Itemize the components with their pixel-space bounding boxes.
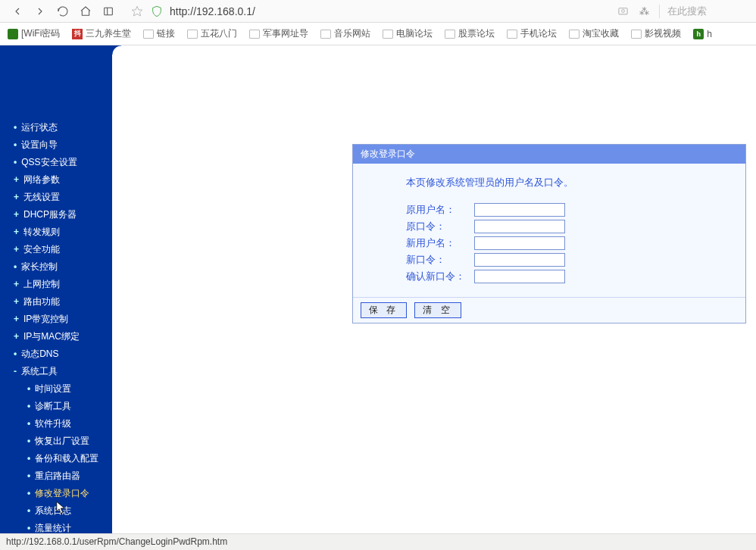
new-password-label: 新口令：: [406, 253, 474, 267]
nav-item-7[interactable]: 安全功能: [0, 241, 112, 258]
bookmark-label: [WiFi密码: [21, 27, 60, 40]
old-username-input[interactable]: [474, 203, 565, 217]
folder-icon: [569, 30, 579, 39]
nav-item-9[interactable]: 上网控制: [0, 276, 112, 293]
forward-button[interactable]: [32, 3, 48, 20]
nav-item-12[interactable]: IP与MAC绑定: [0, 328, 112, 345]
screenshot-icon[interactable]: [615, 5, 630, 17]
site-icon: [8, 29, 18, 39]
bookmark-3[interactable]: 五花八门: [187, 27, 237, 40]
home-button[interactable]: [77, 3, 94, 20]
bookmark-4[interactable]: 军事网址导: [249, 27, 308, 40]
bookmark-label: h: [707, 29, 712, 39]
bookmark-5[interactable]: 音乐网站: [320, 27, 370, 40]
content-area: 修改登录口令 本页修改系统管理员的用户名及口令。 原用户名： 原口令： 新用户名…: [148, 45, 756, 533]
nav-item-2[interactable]: QSS安全设置: [0, 154, 112, 171]
subnav-item-1[interactable]: 诊断工具: [0, 398, 112, 415]
bookmark-11[interactable]: hh: [693, 29, 712, 39]
subnav-item-0[interactable]: 时间设置: [0, 380, 112, 398]
svg-rect-0: [105, 8, 113, 14]
folder-icon: [187, 30, 198, 39]
folder-icon: [507, 30, 517, 39]
nav-item-10[interactable]: 路由功能: [0, 293, 112, 311]
bookmark-label: 三九养生堂: [86, 27, 131, 40]
bookmark-2[interactable]: 链接: [143, 27, 175, 40]
folder-icon: [143, 30, 154, 39]
bookmark-10[interactable]: 影视视频: [631, 27, 681, 40]
bookmark-label: 手机论坛: [520, 27, 557, 40]
status-bar: http://192.168.0.1/userRpm/ChangeLoginPw…: [0, 533, 756, 550]
folder-icon: [249, 30, 260, 39]
confirm-password-label: 确认新口令：: [406, 270, 474, 283]
confirm-password-input[interactable]: [474, 270, 565, 283]
clear-button[interactable]: 清 空: [414, 302, 461, 318]
bookmark-label: 股票论坛: [458, 27, 495, 40]
bookmark-7[interactable]: 股票论坛: [445, 27, 495, 40]
change-password-panel: 修改登录口令 本页修改系统管理员的用户名及口令。 原用户名： 原口令： 新用户名…: [352, 144, 746, 323]
svg-point-4: [621, 10, 624, 13]
nav-item-8[interactable]: 家长控制: [0, 258, 112, 276]
bookmark-1[interactable]: 抖三九养生堂: [72, 27, 131, 40]
subnav-item-2[interactable]: 软件升级: [0, 415, 112, 433]
subnav-item-7[interactable]: 系统日志: [0, 502, 112, 520]
nav-item-5[interactable]: DHCP服务器: [0, 206, 112, 223]
refresh-button[interactable]: [55, 3, 71, 20]
search-box[interactable]: 在此搜索: [659, 5, 750, 18]
nav-item-0[interactable]: 运行状态: [0, 119, 112, 136]
bookmark-8[interactable]: 手机论坛: [507, 27, 557, 40]
old-password-input[interactable]: [474, 220, 565, 233]
folder-icon: [320, 30, 331, 39]
bookmarks-bar: [WiFi密码抖三九养生堂链接五花八门军事网址导音乐网站电脑论坛股票论坛手机论坛…: [0, 23, 756, 45]
svg-marker-2: [132, 6, 142, 16]
back-button[interactable]: [9, 3, 26, 20]
browser-toolbar: ⁂ 在此搜索: [0, 0, 756, 23]
subnav-item-5[interactable]: 重启路由器: [0, 467, 112, 485]
subnav-item-8[interactable]: 流量统计: [0, 520, 112, 533]
old-username-label: 原用户名：: [406, 203, 474, 217]
site-icon: h: [693, 29, 704, 39]
bookmark-label: 音乐网站: [334, 27, 370, 40]
nav-item-11[interactable]: IP带宽控制: [0, 311, 112, 328]
folder-icon: [445, 30, 455, 39]
panel-description: 本页修改系统管理员的用户名及口令。: [376, 176, 730, 189]
nav-item-3[interactable]: 网络参数: [0, 171, 112, 189]
subnav-item-3[interactable]: 恢复出厂设置: [0, 433, 112, 450]
nav-item-1[interactable]: 设置向导: [0, 136, 112, 154]
nav-item-14[interactable]: 系统工具: [0, 363, 112, 380]
folder-icon: [383, 30, 393, 39]
subnav-item-4[interactable]: 备份和载入配置: [0, 450, 112, 467]
bookmark-9[interactable]: 淘宝收藏: [569, 27, 619, 40]
subnav-item-6[interactable]: 修改登录口令: [0, 485, 112, 502]
nav-item-13[interactable]: 动态DNS: [0, 345, 112, 363]
favorite-icon[interactable]: [130, 5, 144, 18]
bookmark-0[interactable]: [WiFi密码: [8, 27, 60, 40]
new-username-label: 新用户名：: [406, 236, 474, 250]
address-bar[interactable]: [170, 5, 571, 17]
bookmark-label: 电脑论坛: [396, 27, 433, 40]
sidebar-nav: 运行状态设置向导QSS安全设置网络参数无线设置DHCP服务器转发规则安全功能家长…: [0, 110, 112, 533]
new-username-input[interactable]: [474, 236, 565, 250]
folder-icon: [631, 30, 642, 39]
save-button[interactable]: 保 存: [361, 302, 407, 318]
panel-title: 修改登录口令: [353, 145, 745, 164]
bookmark-6[interactable]: 电脑论坛: [383, 27, 433, 40]
new-password-input[interactable]: [474, 253, 565, 267]
sidebar-toggle-button[interactable]: [100, 3, 117, 20]
bookmark-label: 链接: [157, 27, 175, 40]
translate-icon[interactable]: ⁂: [636, 5, 651, 17]
bookmark-label: 军事网址导: [263, 27, 308, 40]
bookmark-label: 五花八门: [201, 27, 237, 40]
nav-item-4[interactable]: 无线设置: [0, 189, 112, 206]
nav-item-6[interactable]: 转发规则: [0, 223, 112, 241]
svg-rect-3: [618, 8, 626, 14]
bookmark-label: 淘宝收藏: [583, 27, 619, 40]
bookmark-label: 影视视频: [645, 27, 681, 40]
shield-icon[interactable]: [150, 5, 164, 18]
site-icon: 抖: [72, 29, 83, 39]
old-password-label: 原口令：: [406, 220, 474, 233]
